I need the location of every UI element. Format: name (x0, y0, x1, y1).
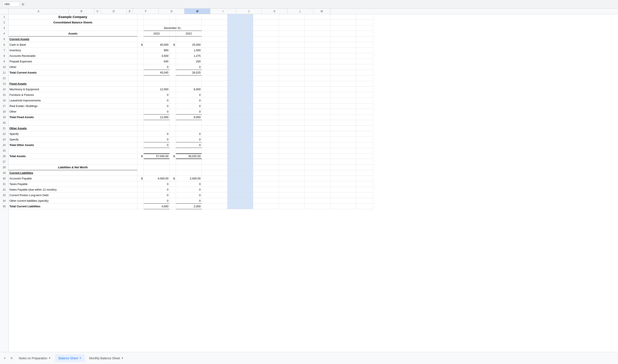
cell-r13-A[interactable]: Fixed Assets (9, 81, 137, 87)
col-header-L[interactable]: L (288, 9, 313, 14)
cell-r10-E[interactable] (169, 64, 176, 70)
cell-r11-G[interactable] (202, 70, 227, 76)
cell-r25-C[interactable] (137, 148, 144, 154)
cell-r19-H[interactable] (227, 115, 253, 120)
cell-r18-J[interactable] (279, 109, 305, 115)
cell-r3-M[interactable] (356, 25, 373, 31)
cell-r13-L[interactable] (330, 81, 356, 87)
cell-r35-F[interactable]: 2,000 (176, 204, 202, 209)
cell-r27-J[interactable] (279, 159, 305, 165)
cell-r26-K[interactable] (305, 154, 330, 159)
cell-r28-J[interactable] (279, 165, 305, 170)
cell-r27-E[interactable] (169, 159, 176, 165)
cell-r5-K[interactable] (305, 37, 330, 42)
cell-r7-D[interactable]: 900 (144, 48, 169, 53)
cell-r16-M[interactable] (356, 98, 373, 103)
cell-r32-I[interactable] (253, 187, 279, 193)
cell-r9-J[interactable] (279, 59, 305, 64)
cell-r34-J[interactable] (279, 198, 305, 204)
col-header-H[interactable]: H (185, 9, 210, 14)
cell-r1-E[interactable] (169, 14, 176, 20)
cell-r15-G[interactable] (202, 92, 227, 98)
cell-r34-C[interactable] (137, 198, 144, 204)
cell-r25-M[interactable] (356, 148, 373, 154)
cell-r31-M[interactable] (356, 181, 373, 187)
cell-r19-F[interactable]: 8,000 (176, 115, 202, 120)
cell-r14-G[interactable] (202, 87, 227, 92)
cell-r31-F[interactable]: 0 (176, 181, 202, 187)
cell-r14-C[interactable] (137, 87, 144, 92)
cell-r21-M[interactable] (356, 126, 373, 131)
cell-r1-J[interactable] (279, 14, 305, 20)
cell-r27-D[interactable] (144, 159, 169, 165)
cell-r16-L[interactable] (330, 98, 356, 103)
cell-r33-K[interactable] (305, 193, 330, 198)
cell-r7-C[interactable] (137, 48, 144, 53)
cell-r12-D[interactable] (144, 76, 169, 81)
cell-r17-C[interactable] (137, 103, 144, 109)
cell-r27-M[interactable] (356, 159, 373, 165)
cell-r19-C[interactable] (137, 115, 144, 120)
cell-r33-G[interactable] (202, 193, 227, 198)
cell-r30-A[interactable]: Accounts Payable (9, 176, 137, 181)
cell-r3-L[interactable] (330, 25, 356, 31)
cell-r12-G[interactable] (202, 76, 227, 81)
cell-r19-K[interactable] (305, 115, 330, 120)
cell-r9-E[interactable] (169, 59, 176, 64)
cell-r33-L[interactable] (330, 193, 356, 198)
cell-r22-M[interactable] (356, 131, 373, 137)
cell-r7-K[interactable] (305, 48, 330, 53)
cell-r27-C[interactable] (137, 159, 144, 165)
cell-r26-I[interactable] (253, 154, 279, 159)
cell-r32-L[interactable] (330, 187, 356, 193)
cell-r22-A[interactable]: Specify (9, 131, 137, 137)
cell-r17-H[interactable] (227, 103, 253, 109)
cell-r12-J[interactable] (279, 76, 305, 81)
cell-r4-J[interactable] (279, 31, 305, 37)
cell-r5-A[interactable]: Current Assets (9, 37, 137, 42)
cell-r19-I[interactable] (253, 115, 279, 120)
cell-r5-F[interactable] (176, 37, 202, 42)
cell-r26-E[interactable]: $ (169, 154, 176, 159)
col-header-E[interactable]: E (127, 9, 133, 14)
cell-r7-L[interactable] (330, 48, 356, 53)
cell-r21-C[interactable] (137, 126, 144, 131)
cell-r29-M[interactable] (356, 170, 373, 176)
cell-r7-H[interactable] (227, 48, 253, 53)
cell-r31-A[interactable]: Taxes Payable (9, 181, 137, 187)
cell-r31-L[interactable] (330, 181, 356, 187)
cell-r18-M[interactable] (356, 109, 373, 115)
cell-r6-I[interactable] (253, 42, 279, 48)
cell-r21-D[interactable] (144, 126, 169, 131)
cell-r7-F[interactable]: 1,500 (176, 48, 202, 53)
cell-r9-L[interactable] (330, 59, 356, 64)
cell-r32-G[interactable] (202, 187, 227, 193)
cell-r26-D[interactable]: 57,045.00 (144, 154, 169, 159)
cell-r9-A[interactable]: Prepaid Expenses (9, 59, 137, 64)
cell-r18-A[interactable]: Other (9, 109, 137, 115)
cell-r13-M[interactable] (356, 81, 373, 87)
cell-r14-M[interactable] (356, 87, 373, 92)
cell-reference[interactable]: H53 (2, 2, 20, 7)
cell-r20-C[interactable] (137, 120, 144, 126)
cell-r8-J[interactable] (279, 53, 305, 59)
cell-r23-I[interactable] (253, 137, 279, 142)
cell-r1-G[interactable] (202, 14, 227, 20)
col-header-J[interactable]: J (236, 9, 262, 14)
cell-r35-H[interactable] (227, 204, 253, 209)
col-header-M[interactable]: M (313, 9, 330, 14)
cell-r21-G[interactable] (202, 126, 227, 131)
cell-r24-M[interactable] (356, 142, 373, 148)
cell-r20-M[interactable] (356, 120, 373, 126)
cell-r8-C[interactable] (137, 53, 144, 59)
cell-r29-G[interactable] (202, 170, 227, 176)
cell-r23-D[interactable]: 0 (144, 137, 169, 142)
cell-r10-L[interactable] (330, 64, 356, 70)
cell-r28-K[interactable] (305, 165, 330, 170)
cell-r34-A[interactable]: Other current liabilities (specify) (9, 198, 137, 204)
cell-r24-L[interactable] (330, 142, 356, 148)
cell-r32-F[interactable]: 0 (176, 187, 202, 193)
cell-r27-F[interactable] (176, 159, 202, 165)
cell-r24-I[interactable] (253, 142, 279, 148)
cell-r5-H[interactable] (227, 37, 253, 42)
